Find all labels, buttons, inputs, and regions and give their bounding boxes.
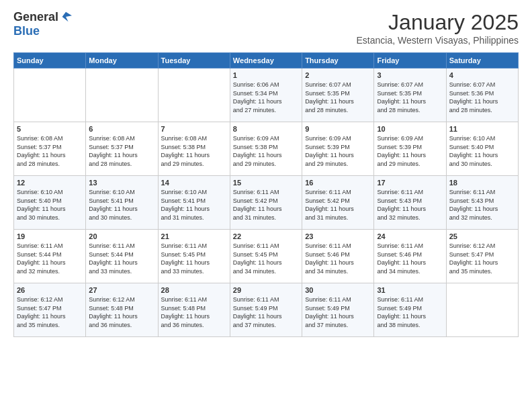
day-number: 21: [161, 232, 227, 240]
calendar-cell: 29Sunrise: 6:11 AM Sunset: 5:49 PM Dayli…: [230, 283, 302, 337]
col-saturday: Saturday: [446, 53, 518, 68]
logo-bird-icon: [60, 11, 72, 23]
day-info: Sunrise: 6:09 AM Sunset: 5:39 PM Dayligh…: [377, 134, 443, 168]
day-info: Sunrise: 6:11 AM Sunset: 5:49 PM Dayligh…: [305, 295, 371, 329]
day-info: Sunrise: 6:07 AM Sunset: 5:36 PM Dayligh…: [449, 81, 515, 114]
day-info: Sunrise: 6:11 AM Sunset: 5:44 PM Dayligh…: [17, 242, 83, 275]
calendar-week-5: 26Sunrise: 6:12 AM Sunset: 5:47 PM Dayli…: [14, 283, 519, 337]
calendar-cell: 23Sunrise: 6:11 AM Sunset: 5:46 PM Dayli…: [302, 230, 374, 283]
day-info: Sunrise: 6:11 AM Sunset: 5:49 PM Dayligh…: [377, 295, 443, 329]
day-number: 26: [17, 286, 83, 294]
logo-general: General: [13, 10, 58, 24]
day-number: 2: [305, 71, 371, 79]
calendar-cell: 8Sunrise: 6:09 AM Sunset: 5:38 PM Daylig…: [230, 122, 302, 176]
day-number: 7: [161, 125, 227, 133]
day-number: 14: [161, 179, 227, 187]
day-info: Sunrise: 6:06 AM Sunset: 5:34 PM Dayligh…: [233, 81, 299, 114]
day-info: Sunrise: 6:11 AM Sunset: 5:45 PM Dayligh…: [161, 242, 227, 275]
day-info: Sunrise: 6:10 AM Sunset: 5:40 PM Dayligh…: [17, 188, 83, 222]
day-number: 15: [233, 179, 299, 187]
day-number: 1: [233, 71, 299, 79]
calendar-cell: 20Sunrise: 6:11 AM Sunset: 5:44 PM Dayli…: [86, 230, 158, 283]
day-info: Sunrise: 6:11 AM Sunset: 5:48 PM Dayligh…: [161, 295, 227, 329]
month-title: January 2025: [357, 10, 519, 35]
calendar-cell: 16Sunrise: 6:11 AM Sunset: 5:42 PM Dayli…: [302, 176, 374, 230]
day-info: Sunrise: 6:09 AM Sunset: 5:38 PM Dayligh…: [233, 134, 299, 168]
calendar-cell: 31Sunrise: 6:11 AM Sunset: 5:49 PM Dayli…: [374, 283, 446, 337]
logo-blue: Blue: [13, 24, 40, 38]
logo: General Blue: [13, 10, 72, 38]
day-number: 30: [305, 286, 371, 294]
calendar-cell: 1Sunrise: 6:06 AM Sunset: 5:34 PM Daylig…: [230, 68, 302, 122]
day-info: Sunrise: 6:11 AM Sunset: 5:42 PM Dayligh…: [233, 188, 299, 222]
calendar-cell: 30Sunrise: 6:11 AM Sunset: 5:49 PM Dayli…: [302, 283, 374, 337]
day-info: Sunrise: 6:10 AM Sunset: 5:41 PM Dayligh…: [161, 188, 227, 222]
day-number: 23: [305, 232, 371, 240]
col-friday: Friday: [374, 53, 446, 68]
calendar-week-1: 1Sunrise: 6:06 AM Sunset: 5:34 PM Daylig…: [14, 68, 519, 122]
col-wednesday: Wednesday: [230, 53, 302, 68]
calendar-cell: 4Sunrise: 6:07 AM Sunset: 5:36 PM Daylig…: [446, 68, 518, 122]
calendar-cell: 3Sunrise: 6:07 AM Sunset: 5:35 PM Daylig…: [374, 68, 446, 122]
calendar-cell: 7Sunrise: 6:08 AM Sunset: 5:38 PM Daylig…: [158, 122, 230, 176]
calendar-cell: 24Sunrise: 6:11 AM Sunset: 5:46 PM Dayli…: [374, 230, 446, 283]
day-number: 10: [377, 125, 443, 133]
calendar-cell: 21Sunrise: 6:11 AM Sunset: 5:45 PM Dayli…: [158, 230, 230, 283]
calendar-cell: 15Sunrise: 6:11 AM Sunset: 5:42 PM Dayli…: [230, 176, 302, 230]
calendar-cell: 2Sunrise: 6:07 AM Sunset: 5:35 PM Daylig…: [302, 68, 374, 122]
day-number: 4: [449, 71, 515, 79]
day-info: Sunrise: 6:08 AM Sunset: 5:38 PM Dayligh…: [161, 134, 227, 168]
calendar-table: Sunday Monday Tuesday Wednesday Thursday…: [13, 52, 519, 337]
day-number: 31: [377, 286, 443, 294]
day-number: 5: [17, 125, 83, 133]
day-number: 27: [89, 286, 154, 294]
day-info: Sunrise: 6:11 AM Sunset: 5:42 PM Dayligh…: [305, 188, 371, 222]
calendar-cell: 14Sunrise: 6:10 AM Sunset: 5:41 PM Dayli…: [158, 176, 230, 230]
calendar-cell: 11Sunrise: 6:10 AM Sunset: 5:40 PM Dayli…: [446, 122, 518, 176]
day-number: 25: [449, 232, 515, 240]
calendar-cell: 26Sunrise: 6:12 AM Sunset: 5:47 PM Dayli…: [14, 283, 86, 337]
day-info: Sunrise: 6:10 AM Sunset: 5:40 PM Dayligh…: [449, 134, 515, 168]
day-number: 24: [377, 232, 443, 240]
day-info: Sunrise: 6:07 AM Sunset: 5:35 PM Dayligh…: [305, 81, 371, 114]
header-row: Sunday Monday Tuesday Wednesday Thursday…: [14, 53, 519, 68]
day-number: 18: [449, 179, 515, 187]
col-monday: Monday: [86, 53, 158, 68]
calendar-cell: 5Sunrise: 6:08 AM Sunset: 5:37 PM Daylig…: [14, 122, 86, 176]
svg-marker-0: [62, 11, 72, 21]
day-number: 19: [17, 232, 83, 240]
calendar-cell: 12Sunrise: 6:10 AM Sunset: 5:40 PM Dayli…: [14, 176, 86, 230]
day-number: 13: [89, 179, 154, 187]
calendar-cell: [86, 68, 158, 122]
calendar-cell: 18Sunrise: 6:11 AM Sunset: 5:43 PM Dayli…: [446, 176, 518, 230]
day-number: 20: [89, 232, 154, 240]
calendar-cell: 27Sunrise: 6:12 AM Sunset: 5:48 PM Dayli…: [86, 283, 158, 337]
day-number: 22: [233, 232, 299, 240]
day-info: Sunrise: 6:12 AM Sunset: 5:48 PM Dayligh…: [89, 295, 154, 329]
calendar-cell: 10Sunrise: 6:09 AM Sunset: 5:39 PM Dayli…: [374, 122, 446, 176]
calendar-cell: [446, 283, 518, 337]
day-info: Sunrise: 6:11 AM Sunset: 5:45 PM Dayligh…: [233, 242, 299, 275]
calendar-cell: 28Sunrise: 6:11 AM Sunset: 5:48 PM Dayli…: [158, 283, 230, 337]
col-tuesday: Tuesday: [158, 53, 230, 68]
day-number: 17: [377, 179, 443, 187]
day-info: Sunrise: 6:10 AM Sunset: 5:41 PM Dayligh…: [89, 188, 154, 222]
day-info: Sunrise: 6:11 AM Sunset: 5:43 PM Dayligh…: [449, 188, 515, 222]
col-sunday: Sunday: [14, 53, 86, 68]
location-subtitle: Estancia, Western Visayas, Philippines: [357, 35, 519, 46]
col-thursday: Thursday: [302, 53, 374, 68]
day-info: Sunrise: 6:11 AM Sunset: 5:44 PM Dayligh…: [89, 242, 154, 275]
logo-text-block: General Blue: [13, 10, 72, 38]
day-info: Sunrise: 6:07 AM Sunset: 5:35 PM Dayligh…: [377, 81, 443, 114]
day-number: 29: [233, 286, 299, 294]
page: General Blue January 2025 Estancia, West…: [0, 0, 532, 411]
day-number: 16: [305, 179, 371, 187]
calendar-cell: 9Sunrise: 6:09 AM Sunset: 5:39 PM Daylig…: [302, 122, 374, 176]
day-info: Sunrise: 6:08 AM Sunset: 5:37 PM Dayligh…: [89, 134, 154, 168]
calendar-cell: [14, 68, 86, 122]
day-number: 11: [449, 125, 515, 133]
header: General Blue January 2025 Estancia, West…: [13, 10, 519, 46]
day-info: Sunrise: 6:11 AM Sunset: 5:43 PM Dayligh…: [377, 188, 443, 222]
day-info: Sunrise: 6:11 AM Sunset: 5:49 PM Dayligh…: [233, 295, 299, 329]
calendar-cell: 19Sunrise: 6:11 AM Sunset: 5:44 PM Dayli…: [14, 230, 86, 283]
